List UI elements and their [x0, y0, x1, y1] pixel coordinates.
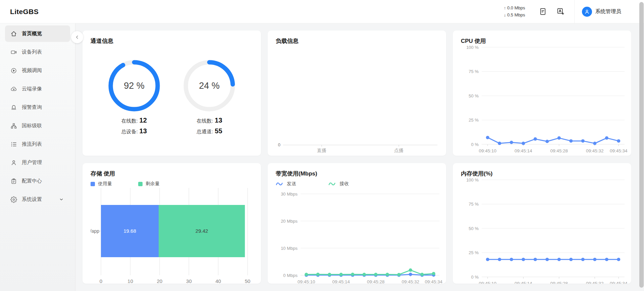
sidebar-item-devices[interactable]: 设备列表	[5, 44, 70, 60]
svg-text:25 %: 25 %	[469, 250, 479, 255]
person-icon	[10, 159, 17, 166]
network-speed-indicator: ↑ 0.0 Mbps ↓ 0.5 Mbps	[504, 5, 525, 19]
stat-line: 总通道:55	[197, 126, 222, 137]
memory-usage-card: 内存使用(%) 0 %25 %50 %75 %100 %09:45:1009:4…	[453, 163, 631, 284]
storage-usage-card: 存储 使用 使用量 剩余量 01020304050/app19.6829.42	[83, 163, 261, 284]
avatar	[582, 7, 592, 17]
sidebar: 首页概览 设备列表 视频调阅 云端录像	[0, 23, 75, 291]
sidebar-item-video-review[interactable]: 视频调阅	[5, 62, 70, 79]
play-circle-icon	[10, 67, 17, 74]
svg-text:09:45:32: 09:45:32	[586, 281, 604, 284]
cpu-line-chart: 0 %25 %50 %75 %100 %09:45:1009:45:1409:4…	[461, 43, 629, 155]
svg-text:29.42: 29.42	[196, 228, 208, 234]
header-divider	[574, 0, 575, 23]
sidebar-item-gb-cascade[interactable]: 国标级联	[5, 118, 70, 134]
svg-text:30 Mbps: 30 Mbps	[281, 192, 298, 197]
load-info-card: 负载信息 0直播点播	[268, 30, 446, 156]
panel-title: 存储 使用	[91, 170, 253, 177]
document-icon	[539, 7, 547, 16]
svg-text:09:45:32: 09:45:32	[586, 148, 604, 153]
panel-title: 通道信息	[91, 37, 253, 45]
svg-text:10: 10	[127, 278, 133, 284]
header-right: ↑ 0.0 Mbps ↓ 0.5 Mbps 系统管理员	[504, 0, 621, 23]
svg-text:50 %: 50 %	[469, 226, 479, 231]
svg-text:直播: 直播	[317, 148, 326, 153]
svg-text:100 %: 100 %	[466, 45, 479, 50]
download-speed: ↓ 0.5 Mbps	[504, 12, 525, 19]
svg-text:0 %: 0 %	[471, 275, 479, 280]
clipboard-icon	[10, 178, 17, 185]
sidebar-item-system-settings[interactable]: 系统设置	[5, 191, 70, 208]
bandwidth-usage-card: 带宽使用(Mbps) 发送 接收 0 Mbps10 Mbps20 Mbps30 …	[268, 163, 446, 284]
svg-text:09:45:34: 09:45:34	[610, 148, 628, 153]
sidebar-item-user-management[interactable]: 用户管理	[5, 154, 70, 171]
log-document-button[interactable]	[537, 6, 548, 17]
panel-title: 负载信息	[276, 37, 438, 45]
home-icon	[10, 30, 17, 37]
sidebar-item-label: 视频调阅	[22, 67, 42, 74]
svg-text:09:45:28: 09:45:28	[367, 279, 385, 284]
sidebar-item-alarm-query[interactable]: 报警查询	[5, 99, 70, 116]
stat-line: 总设备:13	[121, 126, 147, 137]
stat-line: 在线数:13	[197, 115, 222, 126]
svg-text:09:45:10: 09:45:10	[298, 279, 315, 284]
sidebar-item-label: 云端录像	[22, 86, 42, 92]
load-chart: 0直播点播	[276, 132, 438, 153]
memory-line-chart: 0 %25 %50 %75 %100 %09:45:1009:45:1409:4…	[461, 176, 629, 284]
donut-chart: 92 %	[108, 60, 160, 112]
sidebar-menu: 首页概览 设备列表 视频调阅 云端录像	[0, 23, 75, 210]
svg-text:50 %: 50 %	[469, 93, 479, 98]
sidebar-item-overview[interactable]: 首页概览	[5, 25, 70, 42]
gauge-stats: 在线数:13 总通道:55	[197, 115, 222, 137]
svg-text:09:45:32: 09:45:32	[401, 279, 419, 284]
svg-text:09:45:10: 09:45:10	[479, 281, 496, 284]
gauges-row: 92 % 在线数:12 总设备:13 24 % 在线数:13	[91, 60, 253, 137]
svg-text:09:45:34: 09:45:34	[425, 279, 442, 284]
svg-text:19.68: 19.68	[123, 228, 136, 234]
device-online-gauge: 92 % 在线数:12 总设备:13	[102, 60, 166, 137]
donut-chart: 24 %	[183, 60, 235, 112]
sidebar-item-label: 国标级联	[22, 123, 42, 129]
svg-text:40: 40	[215, 278, 221, 284]
sidebar-item-label: 用户管理	[22, 159, 42, 166]
page-scrollbar[interactable]	[639, 2, 644, 288]
svg-text:10 Mbps: 10 Mbps	[281, 246, 298, 251]
svg-text:30: 30	[186, 278, 192, 284]
translate-icon	[556, 7, 565, 16]
channel-online-gauge: 24 % 在线数:13 总通道:55	[177, 60, 241, 137]
app-header: LiteGBS ↑ 0.0 Mbps ↓ 0.5 Mbps 系统	[0, 0, 644, 23]
stream-list-icon	[10, 141, 17, 148]
stat-line: 在线数:12	[121, 115, 147, 126]
svg-text:0: 0	[278, 142, 280, 147]
svg-text:75 %: 75 %	[469, 202, 479, 207]
sidebar-item-cloud-recording[interactable]: 云端录像	[5, 81, 70, 97]
svg-text:50: 50	[245, 278, 251, 284]
sidebar-collapse-button[interactable]	[71, 31, 83, 43]
upload-speed: ↑ 0.0 Mbps	[504, 5, 525, 12]
svg-text:24 %: 24 %	[199, 81, 220, 91]
sidebar-item-label: 设备列表	[22, 49, 42, 55]
svg-text:09:45:28: 09:45:28	[550, 148, 568, 153]
camera-icon	[10, 49, 17, 56]
chevron-down-icon	[58, 197, 65, 202]
channel-info-card: 通道信息 92 % 在线数:12 总设备:13	[83, 30, 261, 156]
bell-icon	[10, 104, 17, 111]
user-icon	[584, 9, 590, 15]
sidebar-item-label: 首页概览	[22, 30, 42, 37]
sidebar-item-label: 配置中心	[22, 178, 42, 184]
svg-text:25 %: 25 %	[469, 118, 479, 123]
cloud-icon	[10, 86, 17, 92]
sidebar-item-label: 推流列表	[22, 141, 42, 147]
cpu-usage-card: CPU 使用 0 %25 %50 %75 %100 %09:45:1009:45…	[453, 30, 631, 156]
app-logo: LiteGBS	[10, 8, 39, 16]
sidebar-item-stream-list[interactable]: 推流列表	[5, 136, 70, 152]
storage-bar-chart: 01020304050/app19.6829.42	[91, 185, 253, 284]
bandwidth-line-chart: 0 Mbps10 Mbps20 Mbps30 Mbps09:45:1009:45…	[276, 176, 443, 284]
svg-text:75 %: 75 %	[469, 69, 479, 74]
svg-text:0 Mbps: 0 Mbps	[283, 273, 298, 278]
svg-text:20 Mbps: 20 Mbps	[281, 219, 298, 224]
language-button[interactable]	[555, 6, 566, 17]
user-menu[interactable]: 系统管理员	[578, 7, 622, 17]
svg-text:09:45:14: 09:45:14	[515, 148, 532, 153]
sidebar-item-config-center[interactable]: 配置中心	[5, 173, 70, 189]
